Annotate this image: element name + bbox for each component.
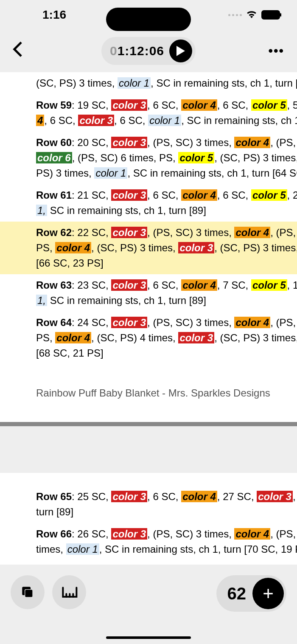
page-gap [0, 426, 297, 473]
page-2: Row 65: 25 SC, color 3, 6 SC, color 4, 2… [0, 473, 297, 565]
back-button[interactable] [8, 37, 26, 65]
row-60: Row 60: 20 SC, color 3, (PS, SC) 3 times… [0, 132, 297, 184]
row-66: Row 66: 26 SC, color 3, (PS, SC) 3 times… [0, 523, 297, 560]
more-button[interactable]: ••• [268, 44, 284, 58]
status-bar: 1:16 [0, 0, 297, 30]
cell-signal-icon [228, 14, 242, 16]
bottom-bar: 62 + [0, 565, 297, 644]
layers-button[interactable] [11, 575, 45, 609]
row-64: Row 64: 24 SC, color 3, (PS, SC) 3 times… [0, 312, 297, 364]
dynamic-island [106, 8, 191, 31]
partial-row-top: (SC, PS) 3 times, color 1, SC in remaini… [0, 72, 297, 94]
row-67: Row 67: 27 SC, color 3, 7 SC, color 4, 2… [0, 560, 297, 565]
battery-icon [261, 10, 280, 20]
row-65: Row 65: 25 SC, color 3, 6 SC, color 4, 2… [0, 486, 297, 523]
row-63: Row 63: 23 SC, color 3, 6 SC, color 4, 7… [0, 274, 297, 312]
page-break [0, 422, 297, 426]
top-bar: 01:12:06 ••• [0, 30, 297, 72]
clock-time: 1:16 [42, 8, 66, 22]
row-61: Row 61: 21 SC, color 3, 6 SC, color 4, 6… [0, 184, 297, 222]
timer-value: 01:12:06 [110, 44, 164, 58]
pattern-title: Rainbow Puff Baby Blanket - Mrs. Sparkle… [0, 364, 297, 422]
play-button[interactable] [169, 39, 192, 62]
ruler-button[interactable] [52, 575, 86, 609]
row-59: Row 59: 19 SC, color 3, 6 SC, color 4, 6… [0, 94, 297, 132]
svg-rect-2 [25, 590, 32, 597]
increment-button[interactable]: + [252, 578, 284, 609]
timer-pill[interactable]: 01:12:06 [101, 37, 196, 65]
home-indicator[interactable] [106, 636, 191, 639]
status-icons [228, 9, 280, 21]
counter-value: 62 [219, 584, 247, 603]
row-counter[interactable]: 62 + [216, 575, 287, 612]
pattern-content[interactable]: (SC, PS) 3 times, color 1, SC in remaini… [0, 72, 297, 565]
row-62-current: Row 62: 22 SC, color 3, (PS, SC) 3 times… [0, 222, 297, 274]
wifi-icon [246, 9, 257, 21]
